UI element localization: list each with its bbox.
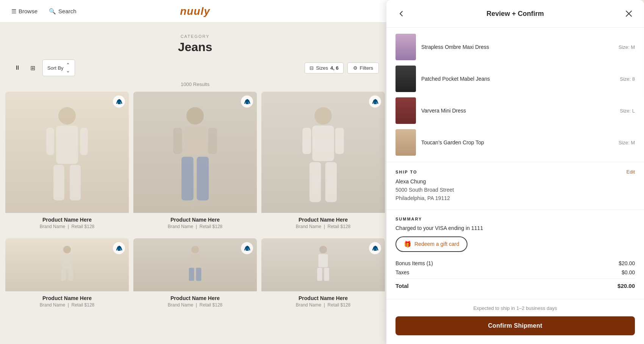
svg-rect-19 <box>62 254 72 269</box>
product-image: 🧥 <box>261 238 385 291</box>
recipient-name: Alexa Chung <box>395 178 635 185</box>
wishlist-btn[interactable]: 🧥 <box>241 95 253 108</box>
svg-rect-2 <box>53 165 64 200</box>
svg-rect-25 <box>196 268 202 281</box>
pause-view-btn[interactable]: ⏸ <box>11 62 23 74</box>
svg-point-26 <box>319 246 327 253</box>
svg-rect-4 <box>46 128 54 155</box>
product-card[interactable]: 🧥 Product Name Here Brand Name | Retail … <box>261 238 385 312</box>
svg-rect-28 <box>317 268 322 281</box>
svg-rect-16 <box>302 128 311 154</box>
summary-section: SUMMARY Charged to your VISA ending in 1… <box>386 210 644 299</box>
svg-rect-14 <box>309 162 321 202</box>
order-item: Toucan's Garden Crop Top Size: M <box>395 129 635 156</box>
redeem-gift-card-button[interactable]: 🎁 Redeem a gift card <box>395 236 467 252</box>
bonus-items-value: $20.00 <box>619 260 635 266</box>
sizes-label: Sizes <box>316 65 328 71</box>
main-content: ☰ Browse 🔍 Search nuuly CATEGORY Jeans ⏸… <box>0 0 390 344</box>
product-card[interactable]: 🧥 Product Name Here Brand Name | Retail … <box>133 238 257 312</box>
category-title: Jeans <box>0 40 390 54</box>
svg-rect-10 <box>173 128 182 154</box>
total-value: $20.00 <box>617 283 635 289</box>
sizes-value: 4, 6 <box>330 65 339 71</box>
ship-to-section: SHIP TO Edit Alexa Chung 5000 South Broa… <box>386 162 644 210</box>
taxes-value: $0.00 <box>622 269 635 275</box>
product-card[interactable]: 🧥 Product Name Here Brand Name | Retail … <box>5 238 129 312</box>
section-header: SHIP TO Edit <box>395 169 635 175</box>
svg-rect-24 <box>189 268 194 281</box>
product-card[interactable]: 🧥 Product Name Here Brand Name | Retail … <box>5 92 129 234</box>
view-toggle: ⏸ ⊞ <box>11 62 39 74</box>
item-name: Varvera Mini Dress <box>421 108 614 114</box>
wishlist-btn[interactable]: 🧥 <box>113 242 125 254</box>
panel-footer: Expected to ship in 1–2 business days Co… <box>386 299 644 344</box>
ship-to-title: SHIP TO <box>395 170 417 174</box>
total-line: Total $20.00 <box>395 278 635 289</box>
item-size: Size: M <box>619 140 635 145</box>
product-image: 🧥 <box>5 92 129 213</box>
product-meta: Brand Name | Retail $128 <box>138 302 252 308</box>
item-thumbnail <box>395 34 416 60</box>
wishlist-btn[interactable]: 🧥 <box>113 95 125 108</box>
browse-menu[interactable]: ☰ Browse <box>11 8 38 15</box>
cancel-button[interactable]: Cancel <box>395 340 635 344</box>
panel-header: Review + Confirm <box>386 0 644 28</box>
review-panel: Review + Confirm Strapless Ombre Maxi Dr… <box>386 0 644 344</box>
sort-chevron-icon: ⌃⌄ <box>66 62 70 73</box>
back-button[interactable] <box>395 8 408 20</box>
filter-bar: ⏸ ⊞ Sort By ⌃⌄ ⊟ Sizes 4, 6 ⚙ Filters <box>0 54 390 81</box>
logo: nuuly <box>180 5 210 17</box>
wishlist-btn[interactable]: 🧥 <box>369 95 381 108</box>
panel-title: Review + Confirm <box>486 10 544 18</box>
svg-point-22 <box>191 246 199 253</box>
item-size: Size: L <box>620 108 635 114</box>
filters-button[interactable]: ⚙ Filters <box>347 63 379 73</box>
bonus-items-line: Bonus Items (1) $20.00 <box>395 260 635 266</box>
svg-point-12 <box>314 107 332 125</box>
sizes-filter[interactable]: ⊟ Sizes 4, 6 <box>305 63 343 73</box>
visa-text: Charged to your VISA ending in 1111 <box>395 225 635 231</box>
search-icon: 🔍 <box>49 8 56 15</box>
svg-rect-15 <box>325 162 337 202</box>
total-label: Total <box>395 283 409 289</box>
product-meta: Brand Name | Retail $128 <box>138 224 252 229</box>
svg-rect-27 <box>318 254 328 267</box>
order-item: Patched Pocket Mabel Jeans Size: 8 <box>395 66 635 92</box>
svg-point-6 <box>186 107 204 125</box>
close-button[interactable] <box>623 8 635 20</box>
svg-rect-20 <box>61 269 66 281</box>
wishlist-btn[interactable]: 🧥 <box>241 242 253 254</box>
filters-label: Filters <box>360 65 373 71</box>
svg-rect-29 <box>324 268 329 281</box>
taxes-label: Taxes <box>395 269 410 275</box>
svg-rect-11 <box>208 128 217 154</box>
grid-view-btn[interactable]: ⊞ <box>27 62 39 74</box>
product-meta: Brand Name | Retail $128 <box>10 224 124 229</box>
product-grid: 🧥 Product Name Here Brand Name | Retail … <box>0 92 390 312</box>
order-item: Strapless Ombre Maxi Dress Size: M <box>395 34 635 60</box>
svg-rect-7 <box>183 126 207 156</box>
item-name: Strapless Ombre Maxi Dress <box>421 44 613 50</box>
category-label: CATEGORY <box>0 34 390 39</box>
confirm-shipment-button[interactable]: Confirm Shipment <box>395 316 635 335</box>
product-meta: Brand Name | Retail $128 <box>10 302 124 308</box>
results-count: 1000 Results <box>0 81 390 87</box>
svg-point-0 <box>58 107 76 125</box>
search-label: Search <box>58 8 77 14</box>
search-button[interactable]: 🔍 Search <box>49 8 77 15</box>
item-thumbnail <box>395 97 416 124</box>
sizes-icon: ⊟ <box>309 65 314 71</box>
order-item: Varvera Mini Dress Size: L <box>395 97 635 124</box>
svg-rect-1 <box>56 126 78 164</box>
wishlist-btn[interactable]: 🧥 <box>369 242 381 254</box>
product-name: Product Name Here <box>10 217 124 223</box>
product-name: Product Name Here <box>138 295 252 301</box>
taxes-line: Taxes $0.00 <box>395 269 635 275</box>
edit-address-button[interactable]: Edit <box>627 169 635 175</box>
sort-select[interactable]: Sort By ⌃⌄ <box>42 59 75 76</box>
product-card[interactable]: 🧥 Product Name Here Brand Name | Retail … <box>133 92 257 234</box>
product-card[interactable]: 🧥 Product Name Here Brand Name | Retail … <box>261 92 385 234</box>
item-thumbnail <box>395 129 416 156</box>
svg-rect-8 <box>181 157 194 200</box>
ship-estimate: Expected to ship in 1–2 business days <box>395 305 635 311</box>
